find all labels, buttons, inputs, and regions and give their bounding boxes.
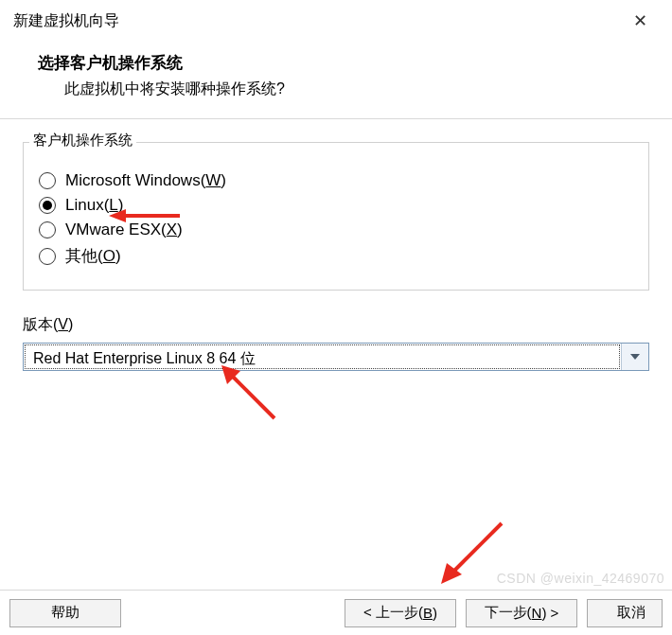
version-label: 版本(V): [23, 315, 649, 335]
radio-label: 其他(O): [65, 245, 121, 267]
radio-windows[interactable]: Microsoft Windows(W): [39, 171, 633, 190]
wizard-header: 选择客户机操作系统 此虚拟机中将安装哪种操作系统?: [0, 43, 672, 118]
titlebar: 新建虚拟机向导 ✕: [0, 0, 672, 43]
radio-label: VMware ESX(X): [65, 220, 183, 239]
svg-line-4: [452, 523, 502, 573]
close-icon[interactable]: ✕: [621, 10, 659, 31]
radio-icon: [39, 197, 56, 214]
back-button[interactable]: < 上一步(B): [345, 599, 456, 627]
content-area: 客户机操作系统 Microsoft Windows(W) Linux(L) VM…: [0, 119, 672, 380]
radio-label: Microsoft Windows(W): [65, 171, 226, 190]
svg-line-2: [233, 377, 274, 418]
version-selected-text: Red Hat Enterprise Linux 8 64 位: [25, 344, 620, 369]
page-subtitle: 此虚拟机中将安装哪种操作系统?: [38, 79, 634, 99]
watermark-text: CSDN @weixin_42469070: [497, 571, 664, 586]
wizard-window: 新建虚拟机向导 ✕ 选择客户机操作系统 此虚拟机中将安装哪种操作系统? 客户机操…: [0, 0, 672, 635]
chevron-down-icon[interactable]: [621, 344, 648, 370]
radio-icon: [39, 248, 56, 265]
next-button[interactable]: 下一步(N) >: [466, 599, 577, 627]
radio-other[interactable]: 其他(O): [39, 245, 633, 267]
radio-icon: [39, 172, 56, 189]
cancel-button[interactable]: 取消: [587, 599, 663, 627]
radio-label: Linux(L): [65, 196, 123, 215]
wizard-footer: 帮助 < 上一步(B) 下一步(N) > 取消: [0, 590, 672, 635]
radio-linux[interactable]: Linux(L): [39, 196, 633, 215]
group-legend: 客户机操作系统: [29, 132, 136, 150]
radio-icon: [39, 221, 56, 238]
guest-os-group: 客户机操作系统 Microsoft Windows(W) Linux(L) VM…: [23, 142, 649, 291]
svg-marker-5: [441, 563, 462, 584]
radio-vmware-esx[interactable]: VMware ESX(X): [39, 220, 633, 239]
version-select[interactable]: Red Hat Enterprise Linux 8 64 位: [23, 343, 649, 371]
page-title: 选择客户机操作系统: [38, 52, 634, 74]
window-title: 新建虚拟机向导: [13, 11, 119, 31]
help-button[interactable]: 帮助: [9, 599, 121, 627]
